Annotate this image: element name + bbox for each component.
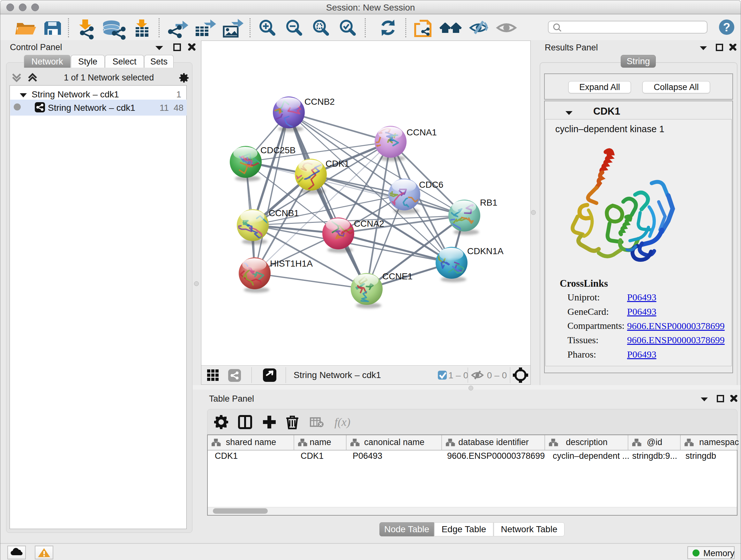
svg-text:CCNE1: CCNE1: [382, 271, 413, 281]
svg-text:0 – 0: 0 – 0: [487, 370, 507, 380]
svg-text:1 – 0: 1 – 0: [448, 370, 468, 380]
svg-text:RB1: RB1: [480, 198, 497, 207]
svg-text:CCNA2: CCNA2: [354, 219, 384, 229]
svg-text:CDKN1A: CDKN1A: [467, 246, 503, 256]
svg-text:CCNA1: CCNA1: [407, 127, 437, 137]
svg-text:CDC6: CDC6: [419, 180, 443, 190]
svg-text:?: ?: [723, 21, 731, 34]
svg-text:CCNB1: CCNB1: [269, 208, 299, 218]
svg-text:HIST1H1A: HIST1H1A: [270, 259, 313, 268]
svg-text:CDC25B: CDC25B: [260, 145, 295, 155]
svg-text:f(x): f(x): [334, 416, 350, 428]
svg-text:CCNB2: CCNB2: [305, 97, 335, 107]
svg-text:CDK1: CDK1: [326, 159, 349, 169]
